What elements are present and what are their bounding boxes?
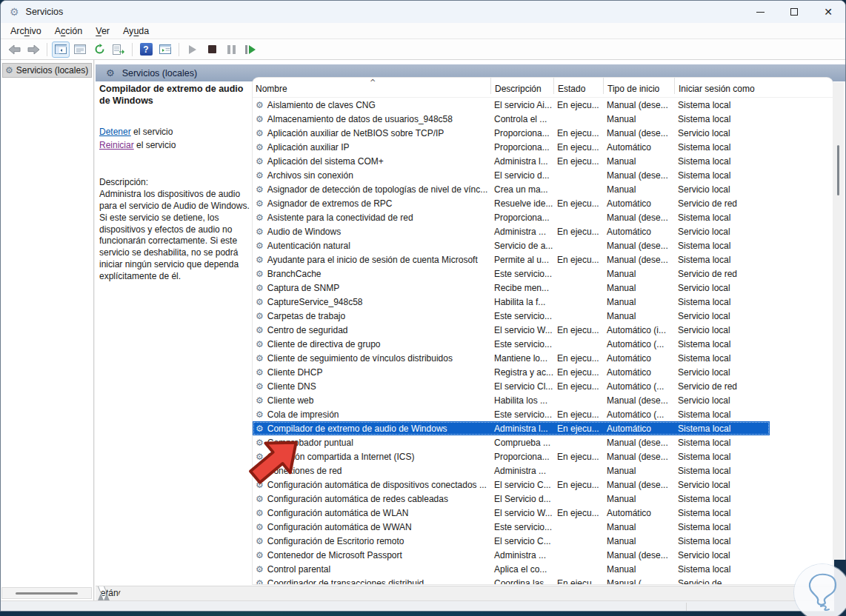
table-row[interactable]: ⚙Aplicación auxiliar de NetBIOS sobre TC… [253,126,770,140]
table-row[interactable]: ⚙Configuración automática de dispositivo… [253,478,770,492]
column-header-iniciar-sesion-como[interactable]: Iniciar sesión como [674,78,770,94]
table-row[interactable]: ⚙Cliente de seguimiento de vínculos dist… [253,351,770,365]
watermark-badge [794,564,846,616]
table-row[interactable]: ⚙Archivos sin conexión El servicio d... … [253,168,770,182]
service-name: Carpetas de trabajo [267,311,345,321]
sort-ascending-icon[interactable]: ^ [370,78,376,87]
service-status-cell: En ejecu... [553,227,603,237]
table-row[interactable]: ⚙Conexión compartida a Internet (ICS) Pr… [253,449,770,463]
table-row[interactable]: ⚙Aislamiento de claves CNG El servicio A… [253,98,770,112]
menu-item[interactable]: Ayuda [116,24,156,38]
table-row[interactable]: ⚙Aplicación auxiliar IP Proporciona... E… [253,140,770,154]
service-description-cell: El servicio C... [490,536,553,546]
table-row[interactable]: ⚙Almacenamiento de datos de usuarios_948… [253,112,770,126]
menu-item[interactable]: Archivo [4,24,48,38]
service-startup-type-cell: Automático [603,353,674,364]
back-icon[interactable] [5,41,23,58]
tab-extendido[interactable]: Extendido [98,586,104,600]
service-startup-type-cell: Automático (... [603,409,674,420]
close-button[interactable]: ✕ [811,1,845,23]
table-row[interactable]: ⚙Comprobador puntual Comprueba ... Manua… [253,435,770,449]
service-name: Configuración automática de dispositivos… [267,480,487,490]
pause-service-icon[interactable] [222,41,240,58]
service-startup-type-cell: Automático (... [603,381,674,392]
table-row[interactable]: ⚙Asistente para la conectividad de red P… [253,210,770,224]
service-gear-icon: ⚙ [256,409,264,420]
column-header-tipo-de-inicio[interactable]: Tipo de inicio [603,78,674,94]
title-bar: ⚙ Servicios ✕ [1,1,845,23]
help-icon[interactable]: ? [137,41,155,58]
service-status-cell: En ejecu... [553,409,603,420]
list-scrollbar-thumb[interactable] [837,145,839,195]
toolbar-separator [47,43,47,56]
column-header-descripcion[interactable]: Descripción [490,78,553,94]
service-logon-as-cell: Sistema local [674,353,770,364]
service-logon-as-cell: Servicio local [674,395,770,406]
column-header-estado[interactable]: Estado [553,78,603,94]
table-row[interactable]: ⚙Ayudante para el inicio de sesión de cu… [253,252,770,267]
table-row[interactable]: ⚙Cliente DNS El servicio Cl... En ejecu.… [253,379,770,393]
table-row[interactable]: ⚙Carpetas de trabajo Este servicio... Ma… [253,309,770,323]
tree-horizontal-scrollbar[interactable] [1,587,92,599]
service-description-cell: El servicio W... [490,508,553,518]
service-gear-icon: ⚙ [256,339,264,349]
list-vertical-scrollbar[interactable] [833,82,844,584]
service-name: BranchCache [267,269,322,279]
refresh-icon[interactable] [90,41,108,58]
maximize-button[interactable] [777,1,811,23]
table-row[interactable]: ⚙Control parental Aplica el co... Manual… [253,562,770,576]
table-row[interactable]: ⚙BranchCache Este servicio... Manual Ser… [253,267,770,281]
service-name: CaptureService_948c58 [267,297,363,307]
table-row[interactable]: ⚙Autenticación natural Servicio de a... … [253,238,770,252]
table-row[interactable]: ⚙Cliente web Habilita los ... Manual (de… [253,393,770,407]
table-row[interactable]: ⚙Configuración automática de WLAN El ser… [253,506,770,520]
status-bar [1,600,845,612]
service-logon-as-cell: Servicio local [674,325,770,335]
table-row[interactable]: ⚙Asignador de detección de topologías de… [253,182,770,196]
table-row[interactable]: ⚙Cliente de directiva de grupo Este serv… [253,337,770,351]
tab-estandar[interactable]: Estándar [104,586,110,600]
table-row[interactable]: ⚙Aplicación del sistema COM+ Administra … [253,154,770,168]
service-startup-type-cell: Manual [603,184,674,195]
show-console-tree-icon[interactable] [52,41,70,58]
restart-service-icon[interactable] [242,41,259,58]
table-row[interactable]: ⚙Asignador de extremos de RPC Resuelve i… [253,196,770,210]
stop-service-icon[interactable] [203,41,221,58]
properties-icon[interactable] [71,41,89,58]
service-logon-as-cell: Sistema local [674,438,770,448]
services-gear-icon: ⚙ [106,67,115,78]
export-list-icon[interactable] [110,41,127,58]
service-name: Centro de seguridad [267,325,348,335]
table-row[interactable]: ⚙Compilador de extremo de audio de Windo… [253,421,770,435]
service-startup-type-cell: Manual (dese... [603,255,674,265]
table-row[interactable]: ⚙Contenedor de Microsoft Passport Admini… [253,548,770,562]
table-row[interactable]: ⚙Centro de seguridad El servicio W... En… [253,323,770,337]
service-startup-type-cell: Manual (dese... [603,452,674,462]
tree-item-servicios-locales[interactable]: ⚙ Servicios (locales) [2,63,92,78]
stop-service-link[interactable]: Detener [99,127,131,137]
restart-service-link[interactable]: Reiniciar [99,140,134,150]
forward-icon[interactable] [24,41,42,58]
service-logon-as-cell: Sistema local [674,100,770,110]
table-row[interactable]: ⚙Captura de SNMP Recibe men... Manual Se… [253,281,770,295]
start-service-icon[interactable] [184,41,201,58]
table-row[interactable]: ⚙Configuración de Escritorio remoto El s… [253,534,770,548]
table-row[interactable]: ⚙Configuración automática de redes cable… [253,492,770,506]
table-row[interactable]: ⚙CaptureService_948c58 Habilita la f... … [253,295,770,309]
tree-scrollbar-thumb[interactable] [16,592,78,595]
menu-item[interactable]: Acción [48,24,90,38]
service-name: Configuración de Escritorio remoto [267,536,404,546]
service-description-cell: Recibe men... [490,283,553,293]
table-row[interactable]: ⚙Coordinador de transacciones distribuid… [253,576,770,584]
table-row[interactable]: ⚙Conexiones de red Administra ... Manual… [253,463,770,478]
minimize-button[interactable] [743,1,777,23]
service-description-cell: Crea un ma... [490,184,553,195]
table-row[interactable]: ⚙Cliente DHCP Registra y ac... En ejecu.… [253,365,770,379]
menu-item[interactable]: Ver [89,24,116,38]
table-row[interactable]: ⚙Cola de impresión Este servicio... En e… [253,407,770,421]
table-row[interactable]: ⚙Configuración automática de WWAN Este s… [253,520,770,534]
selected-service-title: Compilador de extremo de audio de Window… [99,84,252,107]
service-startup-type-cell: Manual (dese... [603,128,674,138]
table-row[interactable]: ⚙Audio de Windows Administra ... En ejec… [253,224,770,238]
show-action-pane-icon[interactable] [156,41,174,58]
